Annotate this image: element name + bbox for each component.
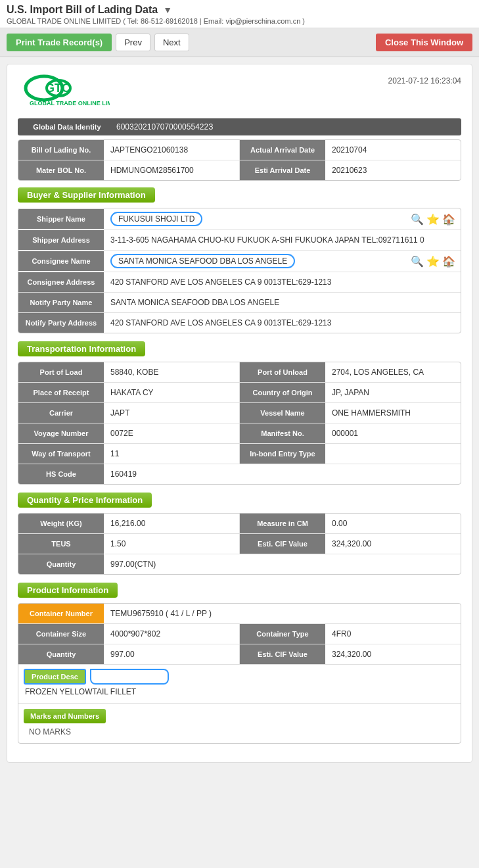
consignee-search-icon[interactable]: 🔍 bbox=[411, 255, 424, 268]
inbond-value bbox=[325, 450, 461, 457]
product-section: Product Information Container Number TEM… bbox=[18, 583, 461, 744]
port-unload-value: 2704, LOS ANGELES, CA bbox=[325, 364, 461, 380]
container-number-value: TEMU9675910 ( 41 / L / PP ) bbox=[104, 604, 461, 623]
container-size-row: Container Size 4000*907*802 Container Ty… bbox=[18, 624, 461, 644]
product-desc-row: Product Desc FROZEN YELLOWTAIL FILLET bbox=[18, 665, 461, 704]
print-button[interactable]: Print Trade Record(s) bbox=[7, 34, 112, 51]
consignee-name-row: Consignee Name SANTA MONICA SEAFOOD DBA … bbox=[18, 251, 461, 272]
voyage-row: Voyage Number 0072E Manifest No. 000001 bbox=[18, 423, 461, 444]
shipper-name-highlight: FUKUSUI SHOJI LTD bbox=[110, 212, 202, 226]
notify-address-value: 420 STANFORD AVE LOS ANGELES CA 9 0013TE… bbox=[104, 313, 461, 333]
quantity-section: Quantity & Price Information Weight (KG)… bbox=[18, 493, 461, 575]
master-value: HDMUNGOM28561700 bbox=[104, 162, 239, 178]
product-cif-value: 324,320.00 bbox=[325, 646, 461, 662]
measure-col: Measure in CM 0.00 bbox=[240, 514, 461, 533]
product-qty-row: Quantity 997.00 Esti. CIF Value 324,320.… bbox=[18, 644, 461, 665]
place-receipt-label: Place of Receipt bbox=[18, 383, 104, 402]
voyage-value: 0072E bbox=[104, 425, 239, 441]
transport-section-header: Transportation Information bbox=[18, 341, 145, 356]
prev-button[interactable]: Prev bbox=[116, 34, 150, 51]
quantity-info-block: Weight (KG) 16,216.00 Measure in CM 0.00… bbox=[18, 513, 461, 575]
home-icon[interactable]: 🏠 bbox=[442, 213, 455, 226]
product-desc-text: FROZEN YELLOWTAIL FILLET bbox=[24, 685, 137, 699]
svg-text:GLOBAL TRADE ONLINE LIMITED: GLOBAL TRADE ONLINE LIMITED bbox=[30, 100, 110, 107]
teus-col: TEUS 1.50 bbox=[18, 534, 240, 554]
esti-col: Esti Arrival Date 20210623 bbox=[240, 160, 461, 180]
notify-address-row: Notify Party Address 420 STANFORD AVE LO… bbox=[18, 313, 461, 333]
shipper-name-value: FUKUSUI SHOJI LTD bbox=[104, 208, 405, 229]
top-bar: U.S. Import Bill of Lading Data ▼ GLOBAL… bbox=[0, 0, 479, 28]
container-size-col: Container Size 4000*907*802 bbox=[18, 624, 240, 644]
notify-name-row: Notify Party Name SANTA MONICA SEAFOOD D… bbox=[18, 293, 461, 313]
quantity-label: Quantity bbox=[18, 554, 104, 574]
voyage-col: Voyage Number 0072E bbox=[18, 423, 240, 443]
product-desc-label: Product Desc bbox=[24, 669, 86, 685]
hs-label: HS Code bbox=[18, 464, 104, 484]
manifest-value: 000001 bbox=[325, 425, 461, 441]
manifest-label: Manifest No. bbox=[240, 423, 325, 443]
bol-row: Bill of Lading No. JAPTENGO21060138 Actu… bbox=[18, 140, 461, 160]
product-qty-value: 997.00 bbox=[104, 646, 239, 662]
notify-name-value: SANTA MONICA SEAFOOD DBA LOS ANGELE bbox=[104, 293, 461, 312]
cif-label: Esti. CIF Value bbox=[240, 534, 325, 554]
shipper-address-label: Shipper Address bbox=[18, 230, 104, 250]
teus-row: TEUS 1.50 Esti. CIF Value 324,320.00 bbox=[18, 534, 461, 554]
notify-address-label: Notify Party Address bbox=[18, 313, 104, 333]
esti-value: 20210623 bbox=[325, 162, 461, 178]
quantity-value: 997.00(CTN) bbox=[104, 554, 461, 574]
consignee-icons: 🔍 ⭐ 🏠 bbox=[405, 253, 461, 270]
consignee-star-icon[interactable]: ⭐ bbox=[426, 255, 440, 268]
bol-label: Bill of Lading No. bbox=[18, 140, 104, 160]
way-transport-label: Way of Transport bbox=[18, 444, 104, 464]
global-data-row: Global Data Identity 6003202107070000554… bbox=[18, 118, 461, 135]
global-data-label: Global Data Identity bbox=[24, 123, 110, 131]
country-origin-label: Country of Origin bbox=[240, 383, 325, 402]
port-unload-label: Port of Unload bbox=[240, 362, 325, 382]
vessel-col: Vessel Name ONE HAMMERSMITH bbox=[240, 403, 461, 423]
shipper-name-row: Shipper Name FUKUSUI SHOJI LTD 🔍 ⭐ 🏠 bbox=[18, 208, 461, 230]
carrier-col: Carrier JAPT bbox=[18, 403, 240, 423]
toolbar: Print Trade Record(s) Prev Next Close Th… bbox=[0, 28, 479, 57]
arrival-col: Actual Arrival Date 20210704 bbox=[240, 140, 461, 160]
dropdown-arrow-icon[interactable]: ▼ bbox=[163, 5, 172, 15]
main-content: GLOBAL TRADE ONLINE LIMITED GTC 2021-07-… bbox=[7, 64, 472, 763]
port-row: Port of Load 58840, KOBE Port of Unload … bbox=[18, 362, 461, 383]
buyer-section-header: Buyer & Supplier Information bbox=[18, 187, 155, 203]
inbond-label: In-bond Entry Type bbox=[240, 444, 325, 464]
master-label: Mater BOL No. bbox=[18, 160, 104, 180]
bol-col: Bill of Lading No. JAPTENGO21060138 bbox=[18, 140, 240, 160]
way-transport-value: 11 bbox=[104, 446, 239, 462]
port-load-label: Port of Load bbox=[18, 362, 104, 382]
hs-value: 160419 bbox=[104, 464, 461, 484]
search-icon[interactable]: 🔍 bbox=[411, 213, 424, 226]
manifest-col: Manifest No. 000001 bbox=[240, 423, 461, 443]
consignee-address-value: 420 STANFORD AVE LOS ANGELES CA 9 0013TE… bbox=[104, 272, 461, 292]
way-col: Way of Transport 11 bbox=[18, 444, 240, 464]
product-qty-col: Quantity 997.00 bbox=[18, 644, 240, 664]
product-desc-value bbox=[90, 669, 169, 685]
voyage-label: Voyage Number bbox=[18, 423, 104, 443]
next-button[interactable]: Next bbox=[154, 34, 189, 51]
measure-label: Measure in CM bbox=[240, 514, 325, 533]
marks-label: Marks and Numbers bbox=[24, 709, 106, 723]
container-type-col: Container Type 4FR0 bbox=[240, 624, 461, 644]
marks-area: Marks and Numbers NO MARKS bbox=[18, 704, 461, 743]
vessel-label: Vessel Name bbox=[240, 403, 325, 423]
place-receipt-col: Place of Receipt HAKATA CY bbox=[18, 383, 240, 402]
weight-col: Weight (KG) 16,216.00 bbox=[18, 514, 240, 533]
svg-text:GTC: GTC bbox=[45, 82, 70, 95]
master-row: Mater BOL No. HDMUNGOM28561700 Esti Arri… bbox=[18, 160, 461, 180]
measure-value: 0.00 bbox=[325, 516, 461, 531]
shipper-name-label: Shipper Name bbox=[18, 209, 104, 229]
consignee-name-value: SANTA MONICA SEAFOOD DBA LOS ANGELE bbox=[104, 251, 405, 272]
quantity-row: Quantity 997.00(CTN) bbox=[18, 554, 461, 574]
star-icon[interactable]: ⭐ bbox=[426, 213, 440, 226]
product-cif-col: Esti. CIF Value 324,320.00 bbox=[240, 644, 461, 664]
weight-label: Weight (KG) bbox=[18, 514, 104, 533]
arrival-value: 20210704 bbox=[325, 142, 461, 158]
country-origin-col: Country of Origin JP, JAPAN bbox=[240, 383, 461, 402]
close-button[interactable]: Close This Window bbox=[376, 34, 472, 51]
container-type-label: Container Type bbox=[240, 624, 325, 644]
shipper-address-row: Shipper Address 3-11-3-605 NAGAHAMA CHUO… bbox=[18, 230, 461, 251]
consignee-home-icon[interactable]: 🏠 bbox=[442, 255, 455, 268]
